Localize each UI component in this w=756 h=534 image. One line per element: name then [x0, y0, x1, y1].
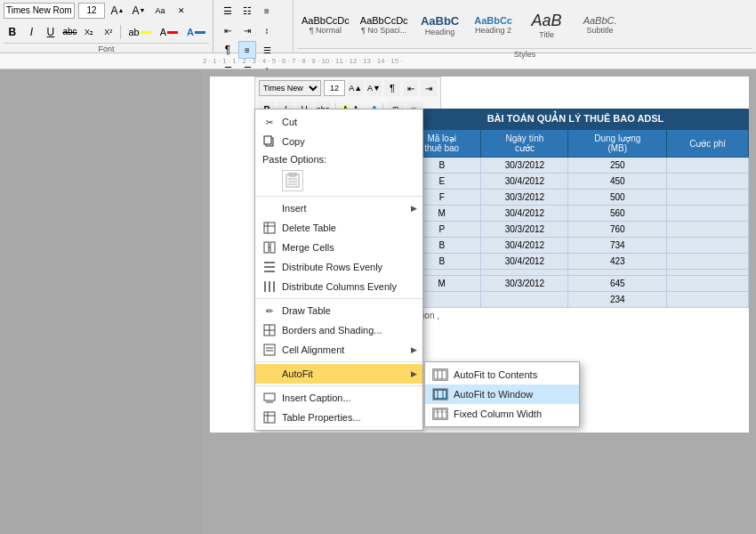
- underline-button[interactable]: U: [42, 23, 60, 41]
- submenu-fixed-column[interactable]: Fixed Column Width: [425, 404, 579, 424]
- menu-item-delete-table[interactable]: Delete Table: [255, 218, 422, 238]
- table-cell[interactable]: [667, 222, 749, 238]
- table-cell[interactable]: [481, 292, 568, 308]
- table-cell[interactable]: [481, 270, 568, 276]
- increase-indent-button[interactable]: ⇥: [238, 21, 256, 39]
- col-header-cuoc-phi: Cước phí: [667, 130, 749, 158]
- menu-item-distribute-cols[interactable]: Distribute Columns Evenly: [255, 277, 422, 296]
- table-cell[interactable]: 30/4/2012: [481, 238, 568, 254]
- strikethrough-button[interactable]: abc: [61, 23, 79, 41]
- context-menu: ✂ Cut Copy Paste Options:: [254, 109, 423, 431]
- show-marks-button[interactable]: ¶: [219, 41, 237, 59]
- table-row: E30/4/2012450: [403, 174, 749, 190]
- bullets-button[interactable]: ☰: [219, 2, 237, 20]
- italic-button[interactable]: I: [23, 23, 41, 41]
- style-h2-preview: AaBbCc: [474, 15, 512, 26]
- menu-item-autofit[interactable]: AutoFit AutoFit to Contents: [255, 364, 422, 384]
- menu-item-table-properties[interactable]: Table Properties...: [255, 408, 422, 427]
- menu-item-copy[interactable]: Copy: [255, 132, 422, 151]
- mini-para-mark[interactable]: ¶: [384, 80, 400, 96]
- menu-item-insert-caption[interactable]: Insert Caption...: [255, 388, 422, 408]
- document-area: Times New Roman A▲ A▼ ¶ ⇤ ⇥ B I U abc A: [203, 69, 756, 534]
- multilevel-button[interactable]: ≡: [258, 2, 276, 20]
- table-cell[interactable]: [568, 270, 667, 276]
- paste-icon[interactable]: [282, 170, 303, 191]
- style-no-spacing[interactable]: AaBbCcDc ¶ No Spaci...: [356, 2, 413, 48]
- menu-autofit-label: AutoFit: [282, 368, 313, 379]
- table-cell[interactable]: [667, 190, 749, 206]
- align-center-button[interactable]: ☰: [258, 41, 276, 59]
- style-heading2[interactable]: AaBbCc Heading 2: [468, 2, 519, 48]
- menu-item-borders[interactable]: Borders and Shading...: [255, 320, 422, 340]
- menu-sep1: [255, 196, 422, 197]
- table-cell[interactable]: 30/3/2012: [481, 190, 568, 206]
- clear-formatting-button[interactable]: ✕: [173, 2, 190, 20]
- table-cell[interactable]: 30/3/2012: [481, 222, 568, 238]
- autofit-icon: [262, 367, 277, 381]
- text-highlight-button[interactable]: ab: [125, 23, 154, 41]
- decrease-indent-button[interactable]: ⇤: [219, 21, 237, 39]
- mini-size-input[interactable]: [324, 80, 345, 96]
- subscript-button[interactable]: X₂: [80, 23, 98, 41]
- numbering-button[interactable]: ☷: [238, 2, 256, 20]
- menu-item-distribute-rows[interactable]: Distribute Rows Evenly: [255, 257, 422, 277]
- font-name-input[interactable]: [4, 3, 75, 19]
- table-cell[interactable]: [667, 206, 749, 222]
- svg-rect-1: [264, 136, 271, 144]
- mini-toolbar-row1: Times New Roman A▲ A▼ ¶ ⇤ ⇥: [254, 77, 441, 99]
- table-cell[interactable]: 234: [568, 292, 667, 308]
- menu-sep2: [255, 298, 422, 299]
- mini-indent-inc[interactable]: ⇥: [421, 80, 437, 96]
- table-cell[interactable]: 30/4/2012: [481, 206, 568, 222]
- table-cell[interactable]: 734: [568, 238, 667, 254]
- align-left-button[interactable]: ≡: [238, 41, 256, 59]
- table-cell[interactable]: 645: [568, 276, 667, 292]
- table-cell[interactable]: 30/4/2012: [481, 254, 568, 270]
- ruler-marks: 2 · 1 · 1 · 1 · 2 · 3 · 4 · 5 · 6 · 7 · …: [203, 57, 403, 65]
- table-cell[interactable]: 30/3/2012: [481, 276, 568, 292]
- table-cell[interactable]: 560: [568, 206, 667, 222]
- table-cell[interactable]: [667, 238, 749, 254]
- font-shrink-button[interactable]: A▼: [130, 2, 148, 20]
- style-subtitle[interactable]: AaBbC. Subtitle: [575, 2, 626, 48]
- submenu-autofit-contents[interactable]: AutoFit to Contents: [425, 365, 579, 384]
- table-cell[interactable]: [667, 174, 749, 190]
- mini-shrink-button[interactable]: A▼: [366, 80, 382, 96]
- font-size-input[interactable]: [78, 3, 105, 19]
- submenu-autofit-window[interactable]: AutoFit to Window: [425, 384, 579, 404]
- table-cell[interactable]: 423: [568, 254, 667, 270]
- mini-grow-button[interactable]: A▲: [348, 80, 364, 96]
- mini-font-select[interactable]: Times New Roman: [259, 80, 321, 96]
- table-cell[interactable]: [667, 254, 749, 270]
- menu-item-draw-table[interactable]: ✏ Draw Table: [255, 301, 422, 320]
- table-cell[interactable]: 30/4/2012: [481, 174, 568, 190]
- font-group: A▲ A▼ Aa ✕ B I U abc X₂ X² ab A A: [0, 0, 213, 53]
- style-title[interactable]: AaB Title: [521, 2, 573, 48]
- table-cell[interactable]: [667, 276, 749, 292]
- menu-item-merge-cells[interactable]: Merge Cells: [255, 238, 422, 257]
- table-cell[interactable]: [667, 292, 749, 308]
- style-heading1[interactable]: AaBbC Heading: [414, 2, 466, 48]
- sort-button[interactable]: ↕: [258, 21, 276, 39]
- table-cell[interactable]: 450: [568, 174, 667, 190]
- table-cell[interactable]: 30/3/2012: [481, 158, 568, 174]
- bold-button[interactable]: B: [4, 23, 21, 41]
- menu-item-cut[interactable]: ✂ Cut: [255, 112, 422, 132]
- table-cell[interactable]: 760: [568, 222, 667, 238]
- table-cell[interactable]: 250: [568, 158, 667, 174]
- change-case-button[interactable]: Aa: [151, 2, 169, 20]
- menu-borders-label: Borders and Shading...: [282, 325, 382, 336]
- menu-item-insert[interactable]: Insert: [255, 198, 422, 218]
- menu-item-paste-options[interactable]: Paste Options:: [255, 151, 422, 194]
- table-cell[interactable]: [667, 158, 749, 174]
- font-color-button[interactable]: A: [157, 23, 181, 41]
- font-grow-button[interactable]: A▲: [109, 2, 126, 20]
- style-normal[interactable]: AaBbCcDc ¶ Normal: [297, 2, 354, 48]
- text-effects-button[interactable]: A: [183, 23, 209, 41]
- menu-item-cell-alignment[interactable]: Cell Alignment: [255, 340, 422, 360]
- menu-distribute-rows-label: Distribute Rows Evenly: [282, 262, 382, 272]
- table-cell[interactable]: 500: [568, 190, 667, 206]
- mini-indent-dec[interactable]: ⇤: [403, 80, 419, 96]
- superscript-button[interactable]: X²: [100, 23, 117, 41]
- table-cell[interactable]: [667, 270, 749, 276]
